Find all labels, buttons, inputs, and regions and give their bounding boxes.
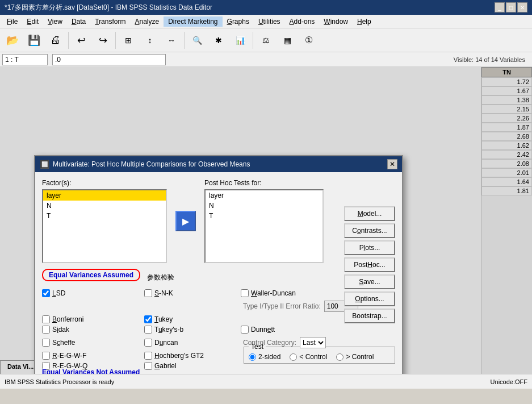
options-button[interactable]: Options... (344, 291, 395, 306)
menu-window[interactable]: Window (319, 16, 353, 27)
close-window-button[interactable]: ✕ (517, 2, 527, 13)
toolbar-btn-7[interactable]: ✱ (208, 30, 229, 51)
status-text: IBM SPSS Statistics Processor is ready (5, 378, 114, 385)
right-panel-buttons: Model... Contrasts... Plots... Post Hoc.… (344, 206, 395, 323)
model-button[interactable]: Model... (344, 206, 395, 221)
toolbar-separator-3 (184, 32, 185, 49)
forward-button[interactable]: ↪ (93, 30, 113, 51)
dialog-close-button[interactable]: ✕ (387, 159, 397, 169)
factors-panel: Factor(s): layer N T (42, 179, 167, 263)
menu-edit[interactable]: Edit (22, 16, 43, 27)
posthoc-panel: Post Hoc Tests for: layer N T (204, 179, 324, 263)
open-button[interactable]: 📂 (2, 30, 23, 51)
toolbar-btn-5[interactable]: ↔ (161, 30, 182, 51)
dunnett-row: Dunnett (241, 326, 371, 334)
gabriel-label: Gabriel (154, 362, 177, 370)
save-button[interactable]: 💾 (24, 30, 44, 51)
regwf-checkbox[interactable] (42, 352, 50, 360)
tukey-checkbox[interactable] (144, 315, 152, 323)
snk-checkbox[interactable] (144, 289, 152, 297)
variable-value-input[interactable] (52, 54, 166, 65)
factors-listbox[interactable]: layer N T (42, 189, 167, 263)
menu-view[interactable]: View (43, 16, 67, 27)
menu-help[interactable]: Help (353, 16, 376, 27)
contrasts-button[interactable]: Contrasts... (344, 223, 395, 238)
sidak-checkbox[interactable] (42, 326, 50, 334)
factor-t[interactable]: T (43, 211, 166, 221)
posthoc-t[interactable]: T (206, 211, 322, 221)
waller-label: Waller-Duncan (251, 289, 296, 297)
radio-greater[interactable] (336, 353, 344, 361)
lsd-label: LSD (52, 289, 65, 297)
toolbar-btn-4[interactable]: ↕ (140, 30, 160, 51)
plots-button[interactable]: Plots... (344, 240, 395, 255)
toolbar-btn-8[interactable]: 📊 (230, 30, 250, 51)
print-button[interactable]: 🖨 (45, 30, 66, 51)
posthoc-n[interactable]: N (206, 201, 322, 211)
menu-addons[interactable]: Add-ons (285, 16, 320, 27)
toolbar-btn-9[interactable]: ⚖ (255, 30, 276, 51)
hochberg-checkbox[interactable] (144, 352, 152, 360)
factors-posthoc-panel: Factor(s): layer N T ▶ Post Hoc Tests fo… (42, 179, 333, 263)
toolbar-btn-3[interactable]: ⊞ (118, 30, 139, 51)
toolbar-separator-1 (68, 32, 69, 49)
duncan-checkbox[interactable] (144, 339, 152, 347)
menu-bar: File Edit View Data Transform Analyze Di… (0, 15, 532, 28)
title-bar: *17多因素方差分析.sav [DataSet0] - IBM SPSS Sta… (0, 0, 532, 15)
tukeyb-checkbox[interactable] (144, 326, 152, 334)
save-button-dialog[interactable]: Save... (344, 274, 395, 289)
tukeyb-row: Tukey's-b (144, 326, 241, 334)
tukey-row: Tukey (144, 315, 241, 323)
dialog-title-label: Multivariate: Post Hoc Multiple Comparis… (53, 160, 250, 168)
radio-less[interactable] (290, 353, 297, 361)
bonferroni-checkbox[interactable] (42, 315, 50, 323)
move-right-button[interactable]: ▶ (175, 211, 196, 231)
posthoc-listbox[interactable]: layer N T (204, 189, 324, 263)
back-button[interactable]: ↩ (71, 30, 91, 51)
gabriel-row: Gabriel (144, 362, 241, 370)
dialog-title-bar: 🔲 Multivariate: Post Hoc Multiple Compar… (35, 156, 402, 172)
empty-2 (144, 299, 241, 313)
posthoc-layer[interactable]: layer (206, 190, 322, 201)
factor-layer[interactable]: layer (43, 190, 166, 201)
snk-label: S-N-K (154, 289, 173, 297)
arrow-right-icon: ▶ (182, 216, 189, 227)
maximize-button[interactable]: □ (506, 2, 516, 13)
variable-name-input[interactable] (2, 54, 48, 65)
menu-analyze[interactable]: Analyze (130, 16, 164, 27)
empty-test2 (241, 362, 371, 370)
bootstrap-button[interactable]: Bootstrap... (344, 309, 395, 323)
factor-n[interactable]: N (43, 201, 166, 211)
test-radio-row: 2-sided < Control > Control (249, 353, 390, 361)
gabriel-checkbox[interactable] (144, 362, 152, 370)
type-ratio-label: Type I/Type II Error Ratio: (243, 302, 321, 310)
dialog-icon: 🔲 (40, 160, 49, 169)
waller-checkbox[interactable] (241, 289, 249, 297)
menu-graphs[interactable]: Graphs (223, 16, 254, 27)
menu-direct-marketing[interactable]: Direct Marketing (164, 16, 222, 27)
hochberg-label: Hochberg's GT2 (154, 352, 204, 360)
toolbar-btn-10[interactable]: ▦ (277, 30, 298, 51)
menu-utilities[interactable]: Utilities (254, 16, 285, 27)
snk-row: S-N-K (144, 289, 241, 297)
lsd-checkbox[interactable] (42, 289, 50, 297)
dunnett-checkbox[interactable] (241, 326, 249, 334)
bonferroni-row: Bonferroni (42, 315, 144, 323)
posthoc-button[interactable]: Post Hoc... (344, 257, 395, 272)
menu-transform[interactable]: Transform (90, 16, 130, 27)
menu-data[interactable]: Data (67, 16, 90, 27)
radio-2sided[interactable] (249, 353, 256, 361)
scheffe-checkbox[interactable] (42, 339, 50, 347)
chinese-note: 参数检验 (147, 273, 174, 282)
menu-file[interactable]: File (2, 16, 22, 27)
minimize-button[interactable]: _ (495, 2, 505, 13)
control-cat-select[interactable]: Last First (300, 337, 326, 348)
test-legend: Test (249, 343, 266, 351)
radio-less-label: < Control (290, 353, 327, 361)
visible-vars-label: Visible: 14 of 14 Variables (454, 56, 530, 63)
toolbar-btn-11[interactable]: ① (299, 30, 319, 51)
window-title: *17多因素方差分析.sav [DataSet0] - IBM SPSS Sta… (5, 3, 212, 13)
window-controls: _ □ ✕ (495, 2, 527, 13)
toolbar-btn-6[interactable]: 🔍 (187, 30, 207, 51)
data-area: TN 1.72 1.67 1.38 2.15 2.26 1.87 2.68 1.… (0, 67, 532, 374)
